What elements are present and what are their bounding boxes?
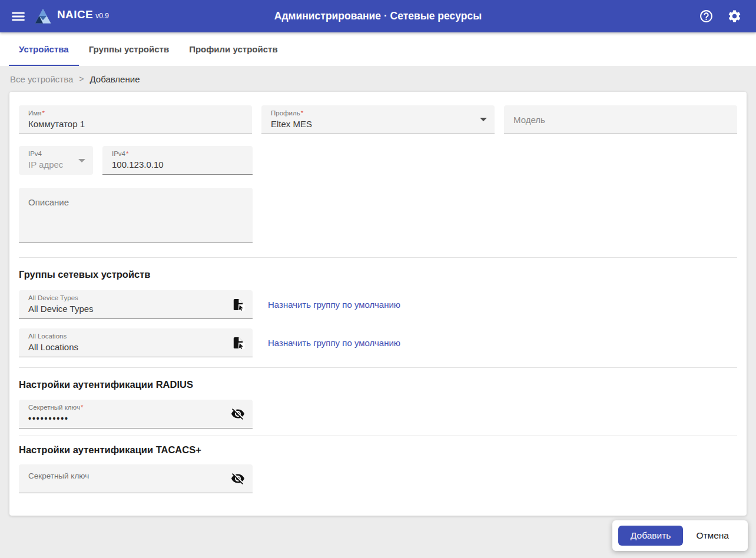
tab-bar: Устройства Группы устройств Профили устр… [0,32,756,66]
location-group-field[interactable]: All Locations All Locations [19,328,253,357]
settings-button[interactable] [722,4,747,29]
profile-select[interactable]: Профиль* Eltex MES [261,105,495,134]
device-type-group-label: All Device Types [28,294,246,302]
required-marker: * [81,404,83,411]
radius-section-title: Настройки аутентификации RADIUS [19,378,737,390]
breadcrumb-separator: > [79,74,84,84]
description-textarea[interactable]: Описание [19,188,253,243]
toggle-visibility-button[interactable] [228,404,247,423]
eye-off-icon [231,471,245,486]
tab-device-profiles[interactable]: Профили устройств [179,32,287,66]
form-row-1: Имя* Коммутатор 1 Профиль* Eltex MES Мод… [19,105,737,134]
tacacs-secret-field[interactable]: Секретный ключ [19,464,253,493]
page-title: Администрирование · Сетевые ресурсы [274,10,482,22]
assign-default-group-link[interactable]: Назначить группу по умолчанию [268,338,400,348]
name-field-label: Имя [28,109,41,117]
location-group-value: All Locations [28,342,246,352]
name-field-value: Коммутатор 1 [28,119,245,129]
cancel-button[interactable]: Отмена [683,526,742,546]
add-device-form-card: Имя* Коммутатор 1 Профиль* Eltex MES Мод… [9,92,747,516]
device-type-group-row: All Device Types All Device Types Назнач… [19,290,737,319]
model-field[interactable]: Модель [504,105,737,134]
assign-document-icon [231,298,245,311]
profile-select-value: Eltex MES [271,119,488,129]
appbar-actions [694,4,747,29]
device-type-group-value: All Device Types [28,304,246,314]
app-header: NAICE v0.9 Администрирование · Сетевые р… [0,0,756,32]
name-field[interactable]: Имя* Коммутатор 1 [19,105,252,134]
app-version: v0.9 [95,12,109,20]
caret-down-icon [480,118,487,121]
location-group-row: All Locations All Locations Назначить гр… [19,328,737,357]
radius-secret-label: Секретный ключ [28,404,80,411]
section-divider [19,257,737,258]
breadcrumb-parent[interactable]: Все устройства [10,74,73,84]
required-marker: * [126,150,128,157]
section-divider [19,436,737,436]
help-button[interactable] [694,4,718,29]
tacacs-secret-placeholder: Секретный ключ [28,471,246,480]
eye-off-icon [231,407,245,421]
location-group-label: All Locations [28,333,246,340]
toggle-visibility-button[interactable] [228,469,247,488]
section-divider [19,367,737,368]
submit-button[interactable]: Добавить [618,526,684,546]
help-outline-icon [699,9,714,24]
required-marker: * [42,109,44,117]
required-marker: * [301,109,303,117]
ip-address-field-label: IPv4 [112,150,125,157]
app-name: NAICE [57,8,93,21]
description-placeholder: Описание [28,197,69,207]
menu-button[interactable] [6,4,31,29]
caret-down-icon [78,159,85,162]
device-type-group-field[interactable]: All Device Types All Device Types [19,290,253,319]
form-row-2: IPv4 IP адрес IPv4* 100.123.0.10 [19,146,737,175]
assign-document-button[interactable] [228,295,247,314]
tacacs-section-title: Настройки аутентификации TACACS+ [19,444,737,456]
radius-secret-value: •••••••••• [28,414,246,423]
breadcrumb: Все устройства > Добавление [0,66,756,92]
assign-document-button[interactable] [228,333,247,352]
app-logo-icon [34,8,52,24]
profile-select-label: Профиль [271,109,300,117]
radius-secret-field[interactable]: Секретный ключ* •••••••••• [19,400,253,429]
ip-address-field[interactable]: IPv4* 100.123.0.10 [102,146,253,175]
brand: NAICE v0.9 [34,8,109,24]
hamburger-icon [11,9,26,24]
model-field-placeholder: Модель [513,115,545,125]
ip-version-select-label: IPv4 [28,150,86,158]
gear-icon [727,9,742,24]
tab-devices[interactable]: Устройства [9,32,79,66]
tab-device-groups[interactable]: Группы устройств [79,32,179,66]
assign-default-group-link[interactable]: Назначить группу по умолчанию [268,300,400,310]
assign-document-icon [231,336,245,350]
ip-version-select-value: IP адрес [28,160,86,170]
device-groups-section-title: Группы сетевых устройств [19,268,737,280]
ip-version-select: IPv4 IP адрес [19,146,93,175]
form-actions: Добавить Отмена [612,520,748,551]
breadcrumb-current: Добавление [89,74,140,84]
ip-address-field-value: 100.123.0.10 [112,160,246,170]
